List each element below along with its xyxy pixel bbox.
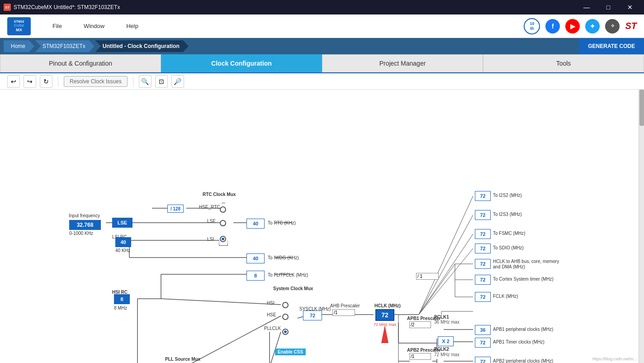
rtc-radio-3[interactable] (220, 236, 226, 242)
lsi-val[interactable]: 40 (115, 237, 131, 247)
title-bar: ST STM32CubeMX Untitled*: STM32F103ZETx … (0, 0, 644, 14)
minimize-button[interactable]: — (576, 0, 597, 14)
x2-box[interactable]: X 2 (438, 336, 454, 346)
separator2 (133, 76, 133, 87)
tab-pinout[interactable]: Pinout & Configuration (0, 54, 161, 72)
cortex-label: To Cortex System timer (MHz) (493, 277, 554, 282)
fclk-val[interactable]: 72 (475, 292, 491, 302)
apb2-periph-label: APB2 peripheral clocks (MHz) (493, 358, 553, 363)
lsi-khz: 40 KHz (115, 248, 130, 253)
ahb1-select[interactable]: / 1 (416, 273, 439, 280)
hclk-val[interactable]: 72 (375, 309, 394, 321)
enable-css-button[interactable]: Enable CSS (275, 349, 306, 355)
maximize-button[interactable]: □ (598, 0, 619, 14)
rtc-val[interactable]: 40 (246, 219, 265, 229)
apb1-timer-label: APB1 Timer clocks (MHz) (493, 339, 545, 344)
rtc-radio-2[interactable] (220, 220, 226, 226)
hse-rtc-label: HSE_RTC (199, 205, 220, 210)
breadcrumb-device[interactable]: STM32F103ZETx (35, 40, 95, 52)
apb2-periph-val[interactable]: 72 (475, 357, 491, 363)
refresh-button[interactable]: ↻ (40, 75, 52, 88)
version-badge: 10th (524, 18, 540, 34)
hsi-mux-radio[interactable] (282, 302, 289, 308)
apb1-periph-label: APB1 peripheral clocks (MHz) (493, 327, 553, 332)
menu-help[interactable]: Help (123, 21, 142, 31)
svg-line-23 (419, 215, 473, 315)
hclk-ahb-label: HCLK to AHB bus, core, memory and DMA (M… (493, 259, 565, 270)
i2s3-label: To I2S3 (MHz) (493, 212, 522, 217)
undo-button[interactable]: ↩ (7, 75, 20, 88)
ahb-label: AHB Prescaler (330, 303, 360, 308)
apb1-select[interactable]: /2 (409, 321, 431, 328)
apb1-periph-val[interactable]: 36 (475, 325, 491, 335)
generate-code-button[interactable]: GENERATE CODE (579, 38, 644, 54)
sdio2-label: To SDIO (MHz) (493, 245, 524, 250)
i2s2-label: To I2S2 (MHz) (493, 193, 522, 198)
i2s3-val[interactable]: 72 (475, 210, 491, 220)
flit-val[interactable]: 8 (246, 271, 265, 281)
window-controls: — □ ✕ (576, 0, 640, 14)
resolve-clock-button[interactable]: Resolve Clock Issues (64, 76, 128, 87)
scroll-thumb[interactable] (639, 90, 644, 126)
fclk-label: FCLK (MHz) (493, 294, 518, 299)
fsmc-label: To FSMC (MHz) (493, 231, 526, 236)
tab-bar: Pinout & Configuration Clock Configurati… (0, 54, 644, 73)
hsi-val[interactable]: 8 (114, 294, 130, 304)
i2s2-val[interactable]: 72 (475, 191, 491, 201)
div128-box[interactable]: / 128 (167, 205, 184, 213)
pclk2-label: PCLK2 (434, 347, 449, 352)
breadcrumb-home[interactable]: Home (4, 40, 34, 52)
zoom-in-button[interactable]: 🔎 (171, 75, 184, 88)
rtc-mux-label: RTC Clock Mux (203, 192, 236, 197)
apb1-timer-val[interactable]: 72 (475, 338, 491, 348)
svg-line-17 (263, 332, 281, 363)
hse-mux-radio[interactable] (282, 314, 289, 320)
hsi-mhz: 8 MHz (114, 306, 127, 310)
hclk-label: HCLK (MHz) (374, 303, 401, 308)
svg-line-25 (419, 248, 473, 315)
lse-box[interactable]: LSE (112, 218, 133, 228)
tab-tools[interactable]: Tools (483, 54, 644, 72)
youtube-icon[interactable]: ▶ (565, 19, 580, 33)
input-freq-label1: Input frequency (69, 213, 100, 218)
hclk-ahb-val[interactable]: 72 (475, 259, 491, 269)
apb2-select[interactable]: /1 (409, 353, 431, 360)
zoom-out-button[interactable]: 🔍 (139, 75, 152, 88)
cortex-val[interactable]: 72 (475, 275, 491, 285)
fsmc-val[interactable]: 72 (475, 229, 491, 239)
network-icon[interactable]: ✧ (605, 19, 620, 33)
menu-file[interactable]: File (49, 21, 66, 31)
hse-mux-label: HSE (267, 312, 276, 317)
window-title: STM32CubeMX Untitled*: STM32F103ZETx (14, 4, 120, 10)
scrollbar[interactable] (639, 90, 644, 363)
redo-button[interactable]: ↪ (24, 75, 36, 88)
breadcrumb-page[interactable]: Untitled - Clock Configuration (95, 40, 189, 52)
to-rtc-label: To RTC (KHz) (268, 220, 296, 225)
pclk1-label: PCLK1 (434, 315, 449, 320)
close-button[interactable]: ✕ (620, 0, 640, 14)
twitter-icon[interactable]: ✦ (585, 19, 600, 33)
tab-clock[interactable]: Clock Configuration (161, 54, 322, 72)
pll-src-label: PLL Source Mux (165, 357, 200, 362)
st-logo: ST (625, 21, 637, 31)
pllclk-mux-radio[interactable] (282, 329, 289, 335)
sdio2-val[interactable]: 72 (475, 244, 491, 253)
toolbar: ↩ ↪ ↻ Resolve Clock Issues 🔍 ⊡ 🔎 (0, 73, 644, 90)
svg-line-15 (161, 299, 281, 305)
menu-window[interactable]: Window (80, 21, 108, 31)
fit-button[interactable]: ⊡ (155, 75, 168, 88)
svg-line-22 (419, 196, 473, 315)
main-area: Input frequency 32.768 0-1000 KHz LSE LS… (0, 90, 644, 363)
input-range1: 0-1000 KHz (69, 231, 93, 236)
iwdg-val[interactable]: 40 (246, 253, 265, 263)
app-icon: ST (4, 4, 11, 11)
sys-mux-label: System Clock Mux (273, 286, 313, 291)
sysclk-val[interactable]: 72 (303, 310, 322, 320)
tab-project[interactable]: Project Manager (322, 54, 483, 72)
separator (58, 76, 58, 87)
ahb-prescaler-select[interactable]: /1 (332, 309, 355, 316)
watermark: https://blog.csdn.net/m... (592, 357, 637, 361)
rtc-radio-1[interactable] (220, 206, 226, 213)
facebook-icon[interactable]: f (545, 19, 560, 33)
input-val1[interactable]: 32.768 (69, 220, 101, 230)
